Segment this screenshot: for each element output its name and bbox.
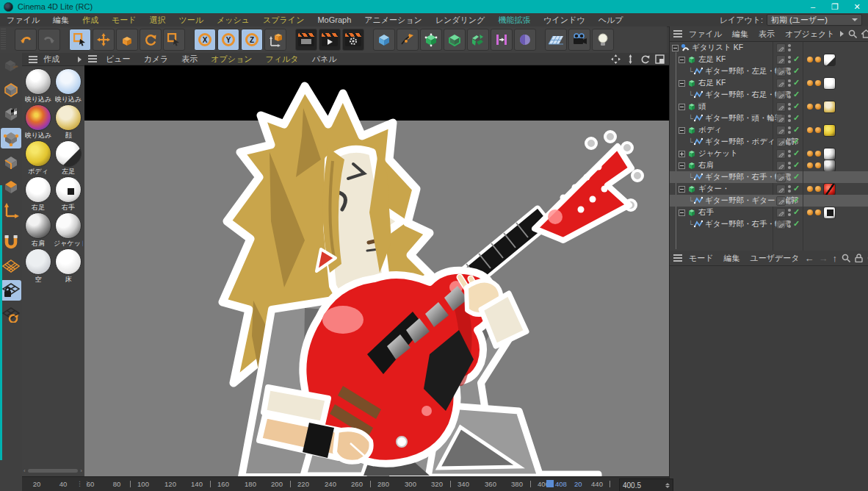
panel-menu[interactable]: パネル xyxy=(306,54,343,65)
tree-row-leftfoot[interactable]: 左足 KF ✓ xyxy=(670,54,868,65)
visibility-toggles[interactable] xyxy=(788,79,791,87)
collapse-icon[interactable] xyxy=(679,162,685,169)
tree-row-rightshoulder[interactable]: 右肩 ✓ xyxy=(670,160,868,171)
field-button[interactable] xyxy=(514,29,536,51)
am-menu-edit[interactable]: 編集 xyxy=(719,253,745,264)
material-item[interactable]: 映り込み xyxy=(54,68,83,104)
edit-toggle[interactable] xyxy=(776,43,786,53)
camera-button[interactable] xyxy=(568,29,590,51)
lock-y-button[interactable]: Y xyxy=(217,29,239,51)
visibility-toggles[interactable] xyxy=(788,221,791,228)
smoothing-tag-icon[interactable] xyxy=(815,80,821,86)
enabled-check-icon[interactable]: ✓ xyxy=(793,160,800,170)
visibility-toggles[interactable] xyxy=(788,103,791,110)
am-menu-userdata[interactable]: ユーザデータ xyxy=(745,253,805,264)
enabled-check-icon[interactable]: ✓ xyxy=(793,207,800,217)
enabled-check-icon[interactable]: ✓ xyxy=(793,101,800,111)
minimize-button[interactable]: – xyxy=(802,0,824,13)
visibility-toggles[interactable] xyxy=(788,162,791,169)
edge-mode-button[interactable] xyxy=(1,152,21,173)
om-menu-objects[interactable]: オブジェクト xyxy=(780,29,840,40)
collapse-icon[interactable] xyxy=(679,104,685,110)
current-frame-marker[interactable] xyxy=(546,480,554,487)
enabled-check-icon[interactable]: ✓ xyxy=(793,125,800,135)
render-picture-viewer-button[interactable] xyxy=(319,29,341,51)
tree-row-rightfoot[interactable]: 右足 KF ✓ xyxy=(670,77,868,89)
material-item[interactable]: 右足 xyxy=(23,176,53,212)
edit-toggle[interactable] xyxy=(776,196,786,206)
snap-button[interactable] xyxy=(1,232,21,252)
enabled-check-icon[interactable]: ✓ xyxy=(793,66,800,76)
hamburger-icon[interactable] xyxy=(29,59,37,60)
layout-select[interactable]: 初期 (ユーザー) xyxy=(767,14,862,26)
edit-toggle[interactable] xyxy=(776,90,786,100)
material-item[interactable]: 顔 xyxy=(54,104,83,140)
enabled-check-icon[interactable]: ✓ xyxy=(793,137,800,146)
coordinate-system-button[interactable] xyxy=(264,29,286,51)
render-view-button[interactable] xyxy=(295,29,317,51)
rotate-workplane-button[interactable] xyxy=(1,304,21,325)
texture-tag-body[interactable] xyxy=(823,124,836,137)
enabled-check-icon[interactable]: ✓ xyxy=(793,148,800,158)
tree-row-spline[interactable]: └ ギター野郎・ボディ・輪郭 ✓ xyxy=(670,136,868,148)
close-button[interactable]: ✕ xyxy=(846,0,868,13)
options-menu[interactable]: オプション xyxy=(205,54,258,65)
smoothing-tag-icon[interactable] xyxy=(815,209,821,215)
tree-row-jacket[interactable]: ジャケット ✓ xyxy=(670,148,868,160)
visibility-toggles[interactable] xyxy=(788,150,791,157)
material-item[interactable]: 右肩 xyxy=(23,212,53,248)
generator-button[interactable] xyxy=(444,29,466,51)
render-settings-button[interactable] xyxy=(342,29,364,51)
viewport-canvas[interactable] xyxy=(84,65,669,477)
visibility-toggles[interactable] xyxy=(788,91,791,98)
home-icon[interactable] xyxy=(861,29,868,38)
texture-tag-rightfoot[interactable] xyxy=(823,77,836,90)
texture-tag-leftfoot[interactable] xyxy=(823,54,836,66)
material-item[interactable]: ボディ xyxy=(23,140,53,176)
menu-select[interactable]: 選択 xyxy=(143,15,173,26)
visibility-toggles[interactable] xyxy=(788,173,791,181)
live-selection-button[interactable] xyxy=(69,29,91,51)
pan-view-icon[interactable] xyxy=(611,54,621,64)
move-tool-button[interactable] xyxy=(93,29,115,51)
frame-stepper[interactable] xyxy=(665,483,670,488)
forward-icon[interactable]: → xyxy=(819,253,828,264)
chevron-right-icon[interactable] xyxy=(78,57,82,62)
visibility-toggles[interactable] xyxy=(788,44,791,51)
menu-spline[interactable]: スプライン xyxy=(256,15,311,26)
filter-menu[interactable]: フィルタ xyxy=(260,54,305,65)
up-icon[interactable]: ↑ xyxy=(833,253,838,264)
phong-tag-icon[interactable] xyxy=(807,80,813,86)
view-menu[interactable]: ビュー xyxy=(100,54,137,65)
visibility-toggles[interactable] xyxy=(788,185,791,193)
toolbar-grip[interactable] xyxy=(1,29,6,51)
enabled-check-icon[interactable]: ✓ xyxy=(793,113,800,123)
timeline-ruler[interactable]: ⋮⋮ 20 40 60 80 100 120 140 160 180 200 2… xyxy=(22,476,669,491)
tree-row-guitarist[interactable]: ギタリスト KF xyxy=(670,42,868,54)
lock-workplane-button[interactable] xyxy=(1,280,21,301)
material-item[interactable]: 映り込み xyxy=(23,68,53,104)
array-tool-button[interactable] xyxy=(491,29,513,51)
tree-row-spline[interactable]: └ ギター野郎・頭・輪郭 ✓ xyxy=(670,112,868,124)
tree-row-guitar[interactable]: ギター・ ✓ xyxy=(670,183,868,195)
menu-animation[interactable]: アニメーション xyxy=(358,15,429,26)
light-button[interactable] xyxy=(592,29,614,51)
deformer-button[interactable] xyxy=(467,29,489,51)
visibility-toggles[interactable] xyxy=(788,56,791,63)
edit-toggle[interactable] xyxy=(776,79,786,88)
search-icon[interactable] xyxy=(848,29,857,38)
cube-primitive-button[interactable] xyxy=(373,29,395,51)
axis-mode-button[interactable] xyxy=(1,201,21,221)
material-scrollbar[interactable]: ‹› xyxy=(23,467,82,474)
enabled-check-icon[interactable]: ✓ xyxy=(793,78,800,87)
enabled-check-icon[interactable]: ✓ xyxy=(793,172,800,182)
om-menu-file[interactable]: ファイル xyxy=(684,29,727,40)
redo-button[interactable] xyxy=(38,29,60,51)
phong-tag-icon[interactable] xyxy=(807,186,813,192)
orbit-view-icon[interactable] xyxy=(640,54,650,64)
edit-toggle[interactable] xyxy=(776,149,786,159)
material-item[interactable]: 空 xyxy=(23,248,53,284)
visibility-toggles[interactable] xyxy=(788,197,791,204)
collapse-icon[interactable] xyxy=(679,80,685,87)
visibility-toggles[interactable] xyxy=(788,115,791,122)
